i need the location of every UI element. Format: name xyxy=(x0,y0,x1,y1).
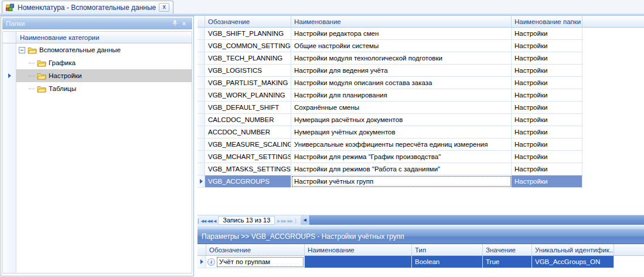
cell[interactable]: Нумерация расчётных документов xyxy=(291,114,512,126)
cell[interactable]: VGB_PARTLIST_MAKING xyxy=(205,77,291,89)
cell[interactable]: Нумерация учётных документов xyxy=(291,126,512,138)
tab-close-icon[interactable]: x xyxy=(159,3,169,12)
table-row[interactable]: VGB_PARTLIST_MAKINGНастройки модуля опис… xyxy=(197,77,583,89)
cell[interactable]: VGB_COMMON_SETTINGS xyxy=(205,40,291,52)
header-filler xyxy=(614,244,644,255)
cell[interactable]: Настройки для режимов "Работа с заданиям… xyxy=(291,163,512,175)
cell[interactable]: VGB_ACCGROUPS xyxy=(205,175,291,187)
column-header-designation[interactable]: Обозначение xyxy=(205,16,291,27)
cell[interactable]: Настройки xyxy=(512,77,582,89)
cell[interactable]: VGB_DEFAULT_SHIFT xyxy=(205,102,291,113)
cell[interactable]: Универсальные коэффициенты пересчёта еди… xyxy=(291,138,512,150)
column-header-name[interactable]: Наименование xyxy=(291,16,512,27)
cell[interactable]: VGB_TECH_PLANNING xyxy=(205,52,291,64)
cell[interactable]: Настройки xyxy=(512,163,582,175)
focused-cell-text[interactable]: Учёт по группам xyxy=(217,257,304,267)
table-row[interactable]: i Учёт по группам Boolean True VGB_AccGr… xyxy=(197,256,614,268)
cell[interactable]: Настройки xyxy=(512,114,582,126)
cell[interactable]: Настройки для планирования xyxy=(291,89,512,101)
tree-row-root[interactable]: Вспомогательные данные xyxy=(3,43,192,56)
cell[interactable]: Настройки xyxy=(512,52,582,64)
tree-row-item[interactable]: Графика xyxy=(3,56,192,69)
cell[interactable]: VGB_SHIFT_PLANNING xyxy=(205,28,291,39)
cell[interactable]: VGB_MCHART_SETTINGS xyxy=(205,151,291,163)
cell[interactable]: VGB_LOGISTICS xyxy=(205,65,291,76)
tree-column-header[interactable]: Наименование категории xyxy=(16,32,192,43)
table-row[interactable]: ACCDOC_NUMBERНумерация учётных документо… xyxy=(197,126,583,138)
cell-type[interactable]: Boolean xyxy=(412,256,483,268)
tree-node-label[interactable]: Графика xyxy=(49,59,76,66)
cell-designation[interactable]: i Учёт по группам xyxy=(206,256,305,268)
tree-row-item[interactable]: Таблицы xyxy=(3,82,192,95)
cell[interactable]: Настройки для ведения учёта xyxy=(291,65,512,76)
cell[interactable]: Настройки для режима "График производств… xyxy=(291,151,512,163)
cell-uid[interactable]: VGB_AccGroups_ON xyxy=(532,256,614,268)
close-icon[interactable]: × xyxy=(179,20,189,27)
cell[interactable]: Настройки xyxy=(512,138,582,150)
table-row[interactable]: VGB_COMMON_SETTINGSОбщие настройки систе… xyxy=(197,40,583,52)
cell[interactable]: Сохранённые смены xyxy=(291,102,512,113)
scrollbar-thumb[interactable] xyxy=(309,215,644,225)
cell[interactable]: Настройки xyxy=(512,151,582,163)
cell[interactable]: VGB_MTASKS_SETTINGS xyxy=(205,163,291,175)
cell[interactable]: Настройки xyxy=(512,40,582,52)
column-header-folder[interactable]: Наименование папки xyxy=(512,16,582,27)
cell[interactable]: CALCDOC_NUMBER xyxy=(205,114,291,126)
prev-record-button[interactable]: ◀ xyxy=(213,219,216,223)
cell[interactable]: Настройки редактора смен xyxy=(291,28,512,39)
cell[interactable]: Настройки xyxy=(512,65,582,76)
prev-page-button[interactable]: ◀◀ xyxy=(206,219,213,223)
tree-row-selected[interactable]: Настройки xyxy=(3,69,192,82)
table-row[interactable]: CALCDOC_NUMBERНумерация расчётных докуме… xyxy=(197,114,583,126)
table-row[interactable]: VGB_MEASURE_SCALINGУниверсальные коэффиц… xyxy=(197,138,583,151)
table-row[interactable]: VGB_DEFAULT_SHIFTСохранённые сменыНастро… xyxy=(197,102,583,114)
collapse-icon[interactable] xyxy=(19,47,25,53)
cell-value[interactable]: True xyxy=(483,256,532,268)
cell[interactable]: Общие настройки системы xyxy=(291,40,512,52)
column-header-name[interactable]: Наименование xyxy=(305,244,412,255)
cell[interactable]: VGB_MEASURE_SCALING xyxy=(205,138,291,150)
next-page-button[interactable]: ▶▶ xyxy=(281,219,287,223)
column-header-type[interactable]: Тип xyxy=(412,244,483,255)
cell[interactable]: Настройки xyxy=(512,89,582,101)
main-grid-header: Обозначение Наименование Наименование па… xyxy=(197,16,644,28)
next-record-button[interactable]: ▶ xyxy=(277,219,280,223)
cell[interactable]: Настройки xyxy=(512,175,582,187)
tab-nomenclature[interactable]: Номенклатура - Вспомогательные данные x xyxy=(2,1,173,13)
table-row[interactable]: VGB_TECH_PLANNINGНастройки модуля технол… xyxy=(197,52,583,65)
row-indicator xyxy=(197,175,205,187)
cell[interactable]: Настройки модуля описания состава заказа xyxy=(291,77,512,89)
cell[interactable]: ACCDOC_NUMBER xyxy=(205,126,291,138)
table-row[interactable]: VGB_SHIFT_PLANNINGНастройки редактора см… xyxy=(197,28,583,40)
tree-node-label[interactable]: Вспомогательные данные xyxy=(39,46,121,53)
tree-node-label[interactable]: Настройки xyxy=(49,72,81,79)
horizontal-scrollbar[interactable]: ◀ xyxy=(301,215,644,225)
last-record-button[interactable]: ▶▶▕ xyxy=(287,219,295,223)
cell[interactable]: Настройки xyxy=(512,28,582,39)
panel-splitter[interactable] xyxy=(197,225,644,229)
pin-icon[interactable] xyxy=(170,20,179,28)
cell-name[interactable] xyxy=(305,256,412,268)
cell[interactable]: Настройки xyxy=(512,102,582,113)
table-row[interactable]: VGB_ACCGROUPSНастройки учётных группНаст… xyxy=(197,175,583,188)
params-panel-caption: Параметры >> VGB_ACCGROUPS - Настройки у… xyxy=(197,229,644,244)
column-header-designation[interactable]: Обозначение xyxy=(206,244,305,255)
first-record-button[interactable]: ▏◀◀ xyxy=(197,219,206,223)
table-row[interactable]: VGB_MCHART_SETTINGSНастройки для режима … xyxy=(197,151,583,163)
cell[interactable]: Настройки учётных групп xyxy=(291,175,512,187)
scroll-left-icon[interactable]: ◀ xyxy=(301,215,309,225)
table-row[interactable]: VGB_MTASKS_SETTINGSНастройки для режимов… xyxy=(197,163,583,175)
column-header-value[interactable]: Значение xyxy=(483,244,532,255)
table-row[interactable]: VGB_LOGISTICSНастройки для ведения учёта… xyxy=(197,65,583,77)
row-indicator xyxy=(197,114,205,126)
column-header-uid[interactable]: Уникальный идентифик... xyxy=(532,244,614,255)
tree-node-label[interactable]: Таблицы xyxy=(49,85,76,92)
folders-panel: Папки × Наименование категории xyxy=(1,16,194,276)
cell[interactable]: Настройки модуля технологической подгото… xyxy=(291,52,512,64)
cell[interactable]: VGB_WORK_PLANNING xyxy=(205,89,291,101)
selected-row-arrow-icon xyxy=(200,179,203,184)
cell[interactable]: Настройки xyxy=(512,126,582,138)
tree-connector-line xyxy=(29,63,35,63)
table-row[interactable]: VGB_WORK_PLANNINGНастройки для планирова… xyxy=(197,89,583,102)
indicator-header-cell xyxy=(197,16,205,27)
